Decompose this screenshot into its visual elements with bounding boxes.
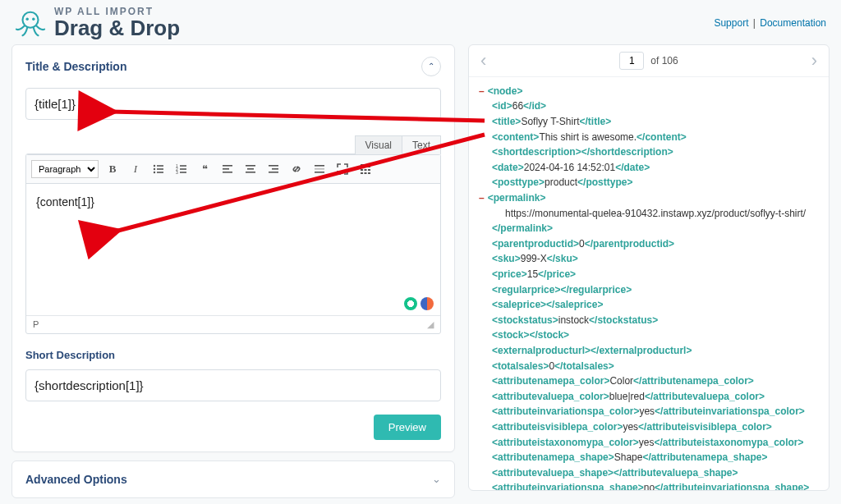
xml-node-regularprice[interactable]: <regularprice></regularprice> [479,282,820,298]
svg-rect-10 [180,165,186,167]
short-description-input[interactable] [25,369,441,401]
svg-point-3 [154,165,155,167]
svg-rect-32 [365,172,367,174]
short-description-label: Short Description [25,349,441,361]
xml-node-id[interactable]: <id>66</id> [479,99,820,114]
bold-button[interactable]: B [103,160,122,178]
svg-point-1 [25,17,28,20]
svg-rect-6 [157,168,163,170]
xml-node-attributenamepa_color[interactable]: <attributenamepa_color>Color</attributen… [479,373,820,389]
chevron-down-icon: ⌄ [432,473,441,485]
xml-node-posttype[interactable]: <posttype>product</posttype> [479,175,820,190]
align-left-button[interactable] [218,160,237,178]
svg-rect-4 [157,165,163,167]
xml-node-sku[interactable]: <sku>999-X</sku> [479,251,820,267]
grammarly-icon [404,297,417,310]
xml-node-shortdescription[interactable]: <shortdescription></shortdescription> [479,144,820,160]
editor-path-indicator: P [33,319,39,329]
next-record-button[interactable]: › [807,50,822,71]
visual-tab[interactable]: Visual [355,135,402,154]
svg-rect-16 [223,168,229,170]
svg-rect-28 [361,169,363,171]
italic-button[interactable]: I [126,160,145,178]
chevron-right-icon: › [811,50,817,71]
svg-rect-14 [180,172,186,173]
svg-rect-8 [157,172,163,173]
svg-rect-26 [315,172,324,173]
svg-rect-24 [315,165,324,167]
xml-node-price[interactable]: <price>15</price> [479,267,820,282]
text-tab[interactable]: Text [402,135,441,154]
support-link[interactable]: Support [714,17,748,29]
xml-node-attributenamepa_shape[interactable]: <attributenamepa_shape>Shape</attributen… [479,450,820,465]
ordered-list-button[interactable]: 123 [172,160,191,178]
xml-node-attributeistaxonomypa_color[interactable]: <attributeistaxonomypa_color>yes</attrib… [479,435,820,451]
align-center-button[interactable] [241,160,260,178]
xml-node-externalproducturl[interactable]: <externalproducturl></externalproducturl… [479,343,820,359]
align-right-button[interactable] [264,160,283,178]
xml-node-stock[interactable]: <stock></stock> [479,328,820,343]
xml-node-attributevaluepa_color[interactable]: <attributevaluepa_color>blue|red</attrib… [479,389,820,405]
prev-record-button[interactable]: ‹ [476,50,491,71]
page-number-input[interactable] [619,52,644,70]
brand: WP ALL IMPORT Drag & Drop [15,7,180,39]
xml-node-attributeinvariationspa_shape[interactable]: <attributeinvariationspa_shape>no</attri… [479,480,820,490]
xml-node-content[interactable]: <content>This shirt is awesome.</content… [479,130,820,145]
svg-rect-30 [368,169,370,171]
xml-node-totalsales[interactable]: <totalsales>0</totalsales> [479,359,820,374]
svg-rect-23 [269,172,278,173]
panel-title: Title & Description [25,60,126,73]
svg-rect-21 [269,165,278,167]
toolbar-toggle-button[interactable] [356,160,375,178]
svg-point-5 [154,168,155,170]
svg-rect-12 [180,168,186,170]
xml-node-permalink-open[interactable]: –<permalink> [479,190,820,206]
svg-rect-31 [361,172,363,174]
octopus-logo-icon [15,7,46,39]
fullscreen-button[interactable] [333,160,352,178]
paragraph-select[interactable]: Paragraph [31,160,99,178]
xml-node-stockstatus[interactable]: <stockstatus>instock</stockstatus> [479,313,820,328]
bullet-list-button[interactable] [149,160,168,178]
svg-rect-17 [223,172,232,173]
xml-root[interactable]: –<node> [479,84,820,99]
content-body[interactable]: {content[1]} [26,184,440,315]
link-button[interactable] [287,160,306,178]
title-description-panel: Title & Description ⌃ Visual Text Paragr… [11,44,455,452]
xml-node-attributeisvisiblepa_color[interactable]: <attributeisvisiblepa_color>yes</attribu… [479,419,820,435]
xml-node-parentproductid[interactable]: <parentproductid>0</parentproductid> [479,236,820,252]
xml-tree[interactable]: –<node><id>66</id><title>Soflyy T-Shirt<… [469,77,829,490]
top-links: Support | Documentation [714,17,826,29]
advanced-options-title: Advanced Options [25,473,127,486]
xml-node-saleprice[interactable]: <saleprice></saleprice> [479,297,820,313]
svg-rect-27 [361,164,370,167]
advanced-options-panel[interactable]: Advanced Options ⌄ [11,460,455,498]
editor-toolbar: Paragraph B I 123 ❝ [26,154,440,184]
resize-handle-icon[interactable]: ◢ [427,319,434,330]
brand-main-text: Drag & Drop [54,17,180,39]
xml-node-attributeinvariationspa_color[interactable]: <attributeinvariationspa_color>yes</attr… [479,404,820,419]
xml-node-attributevaluepa_shape[interactable]: <attributevaluepa_shape></attributevalue… [479,465,820,481]
svg-text:3: 3 [176,170,178,175]
documentation-link[interactable]: Documentation [760,17,826,29]
svg-rect-15 [223,165,232,167]
extension-icon [420,297,434,310]
svg-rect-22 [272,168,278,170]
page-total-label: of 106 [650,55,678,66]
svg-point-7 [154,172,155,173]
quote-button[interactable]: ❝ [195,160,214,178]
svg-rect-18 [246,165,255,167]
svg-rect-29 [365,169,367,171]
title-input[interactable] [25,88,441,120]
svg-rect-33 [368,172,370,174]
preview-button[interactable]: Preview [374,415,441,440]
chevron-left-icon: ‹ [480,50,486,71]
xml-node-date[interactable]: <date>2024-04-16 14:52:01</date> [479,160,820,176]
insert-more-button[interactable] [310,160,329,178]
content-field-value: {content[1]} [36,195,94,208]
data-preview-panel: ‹ of 106 › –<node><id>66</id><title>Sofl… [468,44,830,491]
xml-node-title[interactable]: <title>Soflyy T-Shirt</title> [479,114,820,130]
xml-permalink-value: https://monumental-quelea-910432.instawp… [479,206,820,222]
collapse-button[interactable]: ⌃ [421,57,441,76]
svg-rect-19 [247,168,254,170]
